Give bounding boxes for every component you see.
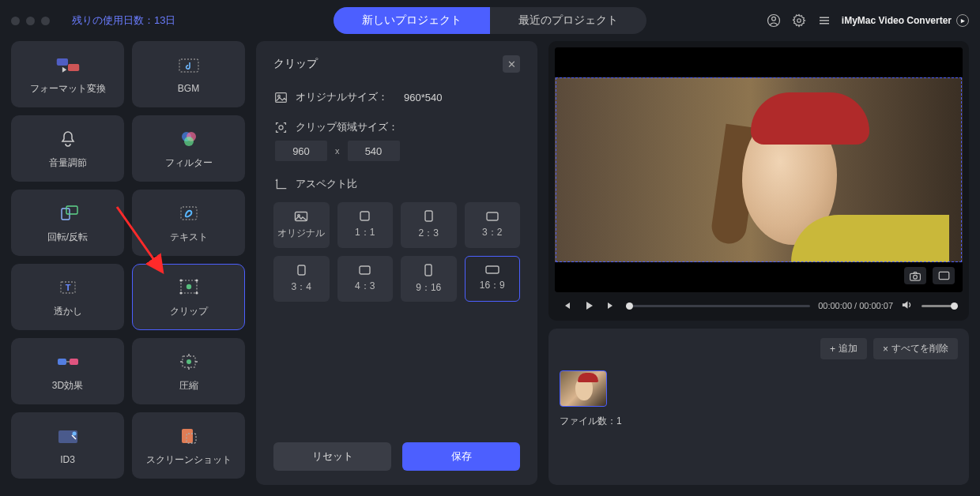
svg-rect-21	[70, 359, 78, 365]
crop-height-input[interactable]	[348, 141, 400, 161]
aspect-label: 1：1	[355, 226, 375, 239]
tool-label: フィルター	[165, 156, 213, 170]
close-panel-button[interactable]: ✕	[503, 55, 520, 73]
bell-icon	[55, 128, 81, 150]
svg-rect-10	[66, 206, 77, 214]
size-x-separator: x	[335, 146, 340, 156]
svg-point-19	[186, 284, 190, 288]
tool-filter[interactable]: フィルター	[132, 115, 245, 182]
prev-button[interactable]	[560, 299, 574, 313]
tab-recent-project[interactable]: 最近のプロジェクト	[490, 7, 646, 34]
crop-icon	[176, 276, 202, 299]
play-circle-icon: ▸	[956, 14, 969, 27]
aspect-1-1[interactable]: 1：1	[337, 202, 394, 248]
close-dot-icon[interactable]	[11, 17, 20, 25]
svg-point-25	[72, 432, 76, 436]
glasses-3d-icon	[55, 351, 81, 373]
gear-icon[interactable]	[791, 13, 807, 28]
file-thumbnail[interactable]	[560, 370, 607, 407]
crop-selection-outline[interactable]	[556, 77, 962, 262]
svg-rect-36	[298, 265, 305, 275]
play-button[interactable]	[582, 299, 596, 313]
shape-16-9-icon	[485, 265, 499, 274]
aspect-3-2[interactable]: 3：2	[465, 202, 521, 248]
tab-new-project[interactable]: 新しいプロジェクト	[334, 7, 490, 34]
app-title-text: iMyMac Video Converter	[842, 15, 952, 26]
svg-point-18	[195, 291, 198, 294]
svg-rect-4	[68, 64, 79, 71]
crop-target-icon	[273, 120, 288, 134]
tool-3d-effect[interactable]: 3D効果	[11, 338, 124, 404]
tool-compress[interactable]: 圧縮	[132, 338, 245, 404]
tool-label: 透かし	[54, 305, 82, 318]
tool-watermark[interactable]: T 透かし	[11, 264, 124, 330]
svg-point-16	[195, 279, 198, 281]
reset-button[interactable]: リセット	[273, 442, 391, 471]
screenshot-icon	[176, 425, 202, 447]
minimize-dot-icon[interactable]	[26, 17, 35, 25]
aspect-ratio-label: アスペクト比	[296, 177, 357, 191]
compress-icon	[176, 351, 202, 373]
add-file-button[interactable]: +追加	[820, 338, 867, 359]
bgm-icon	[176, 54, 202, 77]
svg-point-41	[914, 275, 918, 279]
svg-point-8	[184, 137, 194, 146]
tool-rotate[interactable]: 回転/反転	[11, 190, 124, 256]
svg-rect-38	[425, 265, 432, 276]
tool-bgm[interactable]: BGM	[132, 41, 245, 107]
crop-width-input[interactable]	[275, 141, 327, 161]
aspect-label: 4：3	[355, 280, 375, 293]
tool-id3[interactable]: ID3	[11, 412, 124, 479]
aspect-4-3[interactable]: 4：3	[337, 256, 394, 302]
svg-rect-39	[486, 266, 499, 273]
next-button[interactable]	[604, 299, 618, 313]
zoom-dot-icon[interactable]	[41, 17, 50, 25]
fullscreen-button[interactable]	[933, 267, 955, 284]
volume-icon[interactable]	[901, 299, 914, 312]
file-count-label: ファイル数：1	[560, 415, 958, 428]
volume-slider[interactable]	[922, 305, 958, 307]
shape-9-16-icon	[424, 264, 432, 276]
shape-3-4-icon	[297, 265, 306, 276]
tool-label: フォーマット変換	[30, 82, 106, 96]
aspect-9-16[interactable]: 9：16	[401, 256, 457, 302]
seek-slider[interactable]	[626, 305, 810, 307]
svg-point-23	[187, 359, 191, 364]
tool-label: 音量調節	[49, 156, 87, 170]
original-shape-icon	[294, 211, 308, 222]
svg-rect-3	[56, 58, 67, 66]
rotate-icon	[55, 202, 81, 224]
svg-rect-28	[275, 92, 286, 102]
tool-volume[interactable]: 音量調節	[11, 115, 124, 182]
aspect-label: 9：16	[416, 281, 441, 295]
snapshot-button[interactable]	[904, 267, 926, 284]
crop-size-label: クリップ領域サイズ：	[296, 120, 398, 134]
save-button[interactable]: 保存	[402, 442, 520, 471]
shape-3-2-icon	[486, 212, 499, 221]
aspect-3-4[interactable]: 3：4	[273, 256, 330, 302]
svg-rect-34	[425, 211, 432, 221]
menu-icon[interactable]	[816, 13, 832, 28]
panel-title: クリップ	[273, 57, 318, 71]
video-preview[interactable]	[555, 47, 963, 292]
delete-all-button[interactable]: ×すべてを削除	[873, 338, 958, 359]
aspect-16-9[interactable]: 16：9	[465, 256, 521, 302]
tool-format-convert[interactable]: フォーマット変換	[11, 41, 124, 107]
text-icon	[176, 202, 202, 224]
aspect-original[interactable]: オリジナル	[273, 202, 330, 248]
svg-text:T: T	[65, 283, 70, 292]
tools-sidebar: フォーマット変換 BGM 音量調節 フィルター 回転/反転	[11, 41, 245, 485]
aspect-label: 16：9	[480, 279, 505, 292]
letterbox-bottom	[555, 262, 963, 292]
window-controls[interactable]	[11, 17, 50, 25]
tool-text[interactable]: テキスト	[132, 190, 245, 256]
tool-clip[interactable]: クリップ	[132, 264, 245, 330]
aspect-2-3[interactable]: 2：3	[401, 202, 457, 248]
id3-icon	[55, 426, 81, 448]
preview-pane: 00:00:00 / 00:00:07	[548, 41, 969, 321]
tool-label: ID3	[60, 454, 75, 465]
svg-rect-37	[360, 266, 370, 274]
tool-screenshot[interactable]: スクリーンショット	[132, 412, 245, 479]
shape-2-3-icon	[424, 210, 433, 222]
user-icon[interactable]	[766, 13, 782, 28]
